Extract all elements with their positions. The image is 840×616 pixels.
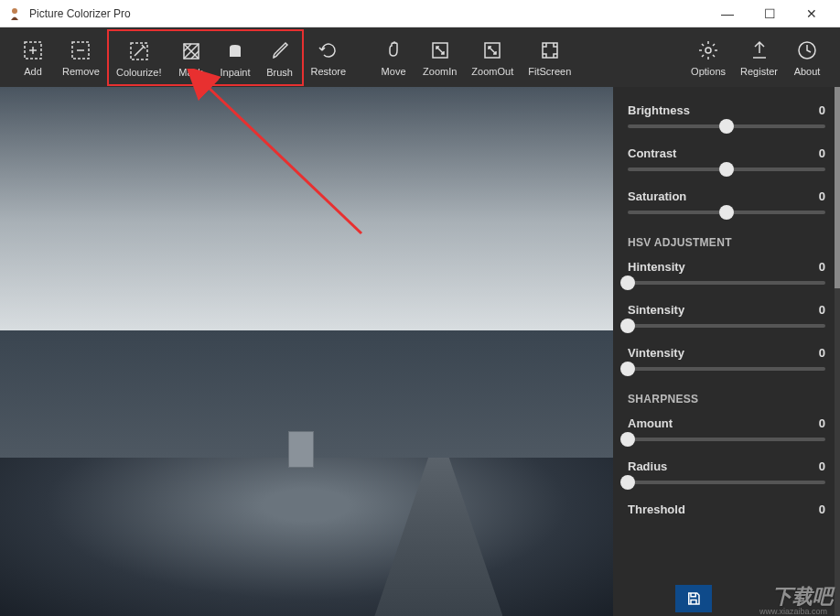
restore-icon [317,38,340,62]
vintensity-slider[interactable] [628,367,825,371]
options-label: Options [691,66,726,77]
toolbar: Add Remove Colourize! Mask Inpaint Brush… [0,27,840,87]
contrast-value: 0 [819,146,825,160]
zoomin-label: ZoomIn [423,66,457,77]
hintensity-label: Hintensity [628,260,685,274]
zoomout-label: ZoomOut [471,66,513,77]
brush-icon [268,39,292,63]
slider-thumb[interactable] [620,432,635,447]
save-button[interactable] [675,585,712,612]
remove-label: Remove [62,66,100,77]
remove-button[interactable]: Remove [55,30,107,85]
restore-button[interactable]: Restore [304,30,354,85]
radius-slider[interactable] [628,481,825,484]
save-icon [685,590,702,607]
vertical-scrollbar[interactable] [835,87,840,616]
sintensity-slider[interactable] [628,324,825,328]
threshold-value: 0 [819,503,825,516]
mask-button[interactable]: Mask [169,31,213,86]
sintensity-value: 0 [819,303,825,317]
vintensity-row: Vintensity0 [613,340,840,384]
zoomout-icon [480,38,504,62]
hintensity-slider[interactable] [628,281,825,285]
fitscreen-button[interactable]: FitScreen [521,30,578,85]
canvas-area[interactable] [0,87,613,616]
mask-icon [179,39,203,63]
canvas-image [0,87,613,616]
move-label: Move [382,66,406,77]
brightness-slider[interactable] [628,124,825,128]
saturation-row: Saturation0 [613,184,840,227]
minimize-button[interactable]: — [706,0,748,27]
slider-thumb[interactable] [620,319,635,333]
svg-point-0 [12,8,17,14]
gear-icon [696,38,720,62]
about-label: About [794,66,821,77]
sintensity-row: Sintensity0 [613,297,840,340]
hsv-header: HSV ADJUSTMENT [613,227,840,254]
svg-point-11 [705,48,711,53]
add-label: Add [24,66,42,77]
remove-icon [69,38,92,62]
window-controls: — ☐ ✕ [706,0,833,27]
register-label: Register [740,66,778,77]
register-button[interactable]: Register [733,30,785,85]
add-icon [21,38,45,62]
bottom-actions [675,585,712,612]
inpaint-button[interactable]: Inpaint [213,31,258,86]
colourize-button[interactable]: Colourize! [109,31,169,86]
amount-value: 0 [819,416,825,430]
inpaint-icon [223,39,247,63]
brightness-value: 0 [819,103,825,117]
radius-row: Radius0 [613,454,840,497]
brush-label: Brush [266,67,293,78]
main-area: Brightness0 Contrast0 Saturation0 HSV AD… [0,87,840,616]
watermark-url: www.xiazaiba.com [759,607,827,616]
contrast-slider[interactable] [628,168,825,171]
saturation-value: 0 [819,189,825,203]
amount-slider[interactable] [628,438,825,441]
scrollbar-thumb[interactable] [835,87,840,288]
slider-thumb[interactable] [719,205,734,220]
add-button[interactable]: Add [11,30,55,85]
fitscreen-label: FitScreen [528,66,571,77]
saturation-slider[interactable] [628,211,825,214]
adjustments-panel: Brightness0 Contrast0 Saturation0 HSV AD… [613,87,840,616]
fitscreen-icon [538,38,562,62]
amount-label: Amount [628,416,673,430]
brightness-label: Brightness [628,103,690,117]
inpaint-label: Inpaint [221,67,251,78]
radius-value: 0 [819,459,825,473]
move-button[interactable]: Move [372,30,415,85]
colourize-label: Colourize! [116,67,162,78]
maximize-button[interactable]: ☐ [748,0,791,27]
register-icon [748,38,771,62]
mask-label: Mask [178,67,202,78]
slider-thumb[interactable] [620,362,635,376]
move-icon [382,38,405,62]
brush-button[interactable]: Brush [258,31,302,86]
zoomout-button[interactable]: ZoomOut [464,30,521,85]
colourize-icon [127,39,151,63]
options-button[interactable]: Options [684,30,733,85]
app-icon [7,6,22,21]
brightness-row: Brightness0 [613,98,840,141]
radius-label: Radius [628,459,667,473]
saturation-label: Saturation [628,189,686,203]
close-button[interactable]: ✕ [791,0,833,27]
amount-row: Amount0 [613,411,840,454]
titlebar: Picture Colorizer Pro — ☐ ✕ [0,0,840,27]
threshold-row: Threshold0 [613,497,840,527]
hintensity-row: Hintensity0 [613,254,840,297]
slider-thumb[interactable] [620,475,635,490]
about-button[interactable]: About [785,30,829,85]
zoomin-button[interactable]: ZoomIn [415,30,464,85]
slider-thumb[interactable] [620,276,635,290]
sintensity-label: Sintensity [628,303,684,317]
vintensity-label: Vintensity [628,346,684,360]
slider-thumb[interactable] [719,119,734,134]
svg-rect-10 [543,43,557,58]
slider-thumb[interactable] [719,162,734,177]
contrast-row: Contrast0 [613,141,840,184]
restore-label: Restore [311,66,347,77]
